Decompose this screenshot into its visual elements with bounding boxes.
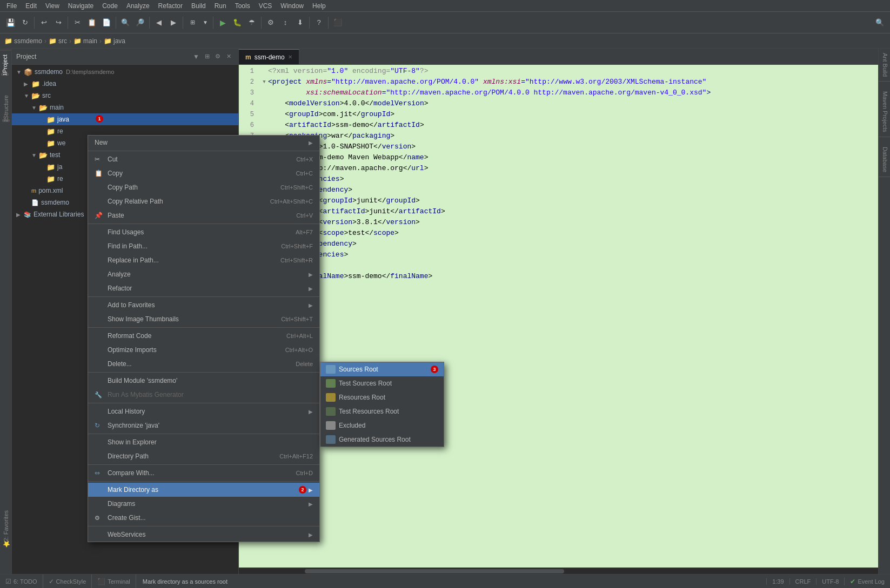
breadcrumb-ssmdemo[interactable]: 📁 ssmdemo [4,37,42,45]
menu-vcs[interactable]: VCS [255,1,277,11]
ctx-mark-dir-as[interactable]: Mark Directory as 2 ▶ [88,483,319,497]
toolbar-terminal[interactable]: ⬛ [331,16,345,30]
submenu-test-sources-root[interactable]: Test Sources Root [320,376,444,390]
toolbar-forward[interactable]: ▶ [166,16,180,30]
toolbar-cut[interactable]: ✂ [70,16,84,30]
menu-refactor[interactable]: Refactor [154,1,187,11]
ctx-find-usages[interactable]: Find Usages Alt+F7 [88,225,319,239]
structure-tab[interactable]: 2Structure [1,91,11,126]
ctx-replace-in-path[interactable]: Replace in Path... Ctrl+Shift+R [88,253,319,267]
menu-tools[interactable]: Tools [231,1,255,11]
ctx-cut[interactable]: ✂ Cut Ctrl+X [88,152,319,166]
ctx-run-mybatis[interactable]: 🔧 Run As Mybatis Generator [88,388,319,402]
ctx-show-image-thumbs[interactable]: Show Image Thumbnails Ctrl+Shift+T [88,312,319,326]
submenu-gen-sources-root[interactable]: Generated Sources Root [320,432,444,447]
breadcrumb-sep1: › [44,37,46,45]
favorites-tab[interactable]: ⭐2: Favorites [1,506,11,552]
menu-build[interactable]: Build [187,1,210,11]
submenu-resources-root[interactable]: Resources Root [320,390,444,404]
ctx-delete[interactable]: Delete... Delete [88,357,319,371]
menu-navigate[interactable]: Navigate [64,1,98,11]
toolbar-copy[interactable]: 📋 [85,16,99,30]
editor-hscrollbar[interactable] [239,567,890,574]
ant-build-tab[interactable]: Ant Build [879,49,890,82]
toolbar-redo[interactable]: ↪ [51,16,65,30]
menu-run[interactable]: Run [210,1,231,11]
breadcrumb-main[interactable]: 📁 main [73,37,97,45]
toolbar-sdk[interactable]: ⚙ [264,16,278,30]
ctx-directory-path[interactable]: Directory Path Ctrl+Alt+F12 [88,449,319,463]
ctx-copy-path[interactable]: Copy Path Ctrl+Shift+C [88,180,319,194]
ctx-compare-with[interactable]: ⇔ Compare With... Ctrl+D [88,466,319,480]
ctx-reformat[interactable]: Reformat Code Ctrl+Alt+L [88,329,319,343]
toolbar-help[interactable]: ? [312,16,326,30]
code-line-7: 7 <packaging>war</packaging> [239,131,890,141]
tree-item-java[interactable]: 📁 java 1 [12,113,238,125]
toolbar-back[interactable]: ◀ [152,16,166,30]
toolbar-paste[interactable]: 📄 [99,16,113,30]
editor-tab-ssmdemo[interactable]: m ssm-demo ✕ [239,49,299,64]
tree-item-root[interactable]: ▼ 📦 ssmdemo D:\temp\ssmdemo [12,66,238,78]
editor-code-area[interactable]: 1 <?xml version="1.0" encoding="UTF-8"?>… [239,65,890,567]
statusbar-event-log[interactable]: ✔ Event Log [844,578,890,585]
statusbar-checkstyle[interactable]: ✓ CheckStyle [43,575,92,589]
tree-item-main[interactable]: ▼ 📂 main [12,102,238,113]
breadcrumb-java[interactable]: 📁 java [104,37,125,45]
tab-close-icon[interactable]: ✕ [288,54,292,60]
toolbar-find2[interactable]: 🔎 [133,16,147,30]
toolbar-debug[interactable]: 🐛 [230,16,244,30]
panel-settings-btn[interactable]: ⚙ [212,51,223,62]
ctx-optimize-imports[interactable]: Optimize Imports Ctrl+Alt+O [88,343,319,357]
ctx-analyze[interactable]: Analyze ▶ [88,267,319,281]
toolbar-sync[interactable]: ↻ [18,16,32,30]
toolbar-coverage[interactable]: ☂ [245,16,259,30]
ctx-copy[interactable]: 📋 Copy Ctrl+C [88,166,319,180]
toolbar-find[interactable]: 🔍 [118,16,132,30]
submenu-sources-root[interactable]: Sources Root 3 [320,362,444,376]
menu-help[interactable]: Help [308,1,330,11]
panel-close-btn[interactable]: ✕ [223,51,234,62]
statusbar-terminal[interactable]: ⬛ Terminal [92,575,136,589]
ctx-find-in-path[interactable]: Find in Path... Ctrl+Shift+F [88,239,319,253]
menu-file[interactable]: File [2,1,21,11]
panel-collapse-btn[interactable]: ⊞ [202,51,212,62]
toolbar-search-everywhere[interactable]: 🔍 [873,16,887,30]
project-tab[interactable]: 1Project [0,50,11,80]
ctx-webservices[interactable]: WebServices ▶ [88,528,319,542]
ctx-diagrams[interactable]: Diagrams ▶ [88,497,319,511]
ctx-new[interactable]: New ▶ [88,136,319,150]
toolbar-update[interactable]: ⬇ [293,16,307,30]
ctx-build-module[interactable]: Build Module 'ssmdemo' [88,374,319,388]
breadcrumb-src[interactable]: 📁 src [49,37,67,45]
statusbar-encoding[interactable]: UTF-8 [816,578,844,585]
ctx-paste[interactable]: 📌 Paste Ctrl+V [88,208,319,222]
submenu-test-resources-root[interactable]: Test Resources Root [320,404,444,418]
toolbar-run[interactable]: ▶ [216,16,230,30]
toolbar-save-all[interactable]: 💾 [3,16,17,30]
menu-edit[interactable]: Edit [21,1,41,11]
ctx-local-history[interactable]: Local History ▶ [88,404,319,418]
menu-window[interactable]: Window [276,1,308,11]
toolbar-dropdown[interactable]: ▼ [200,16,211,30]
ctx-copy-label: Copy [108,170,296,177]
database-tab[interactable]: Database [879,143,890,177]
menu-view[interactable]: View [41,1,64,11]
ctx-synchronize[interactable]: ↻ Synchronize 'java' [88,418,319,432]
statusbar-linesep[interactable]: CRLF [789,578,817,585]
toolbar-vcs[interactable]: ↕ [278,16,292,30]
toolbar-undo[interactable]: ↩ [37,16,51,30]
ctx-add-to-favorites[interactable]: Add to Favorites ▶ [88,298,319,312]
ctx-copy-relative-path[interactable]: Copy Relative Path Ctrl+Alt+Shift+C [88,194,319,208]
ctx-show-explorer[interactable]: Show in Explorer [88,435,319,449]
maven-projects-tab[interactable]: Maven Projects [879,87,890,137]
submenu-excluded[interactable]: Excluded [320,418,444,432]
menu-analyze[interactable]: Analyze [122,1,154,11]
menu-code[interactable]: Code [98,1,122,11]
statusbar-position[interactable]: 1:39 [766,578,789,585]
ctx-create-gist[interactable]: ⚙ Create Gist... [88,511,319,525]
tree-item-idea[interactable]: ▶ 📁 .idea [12,78,238,90]
toolbar-structure[interactable]: ⊞ [185,16,199,30]
tree-item-src[interactable]: ▼ 📂 src [12,90,238,102]
ctx-refactor[interactable]: Refactor ▶ [88,281,319,295]
statusbar-todo[interactable]: ☑ 6: TODO [0,575,43,589]
